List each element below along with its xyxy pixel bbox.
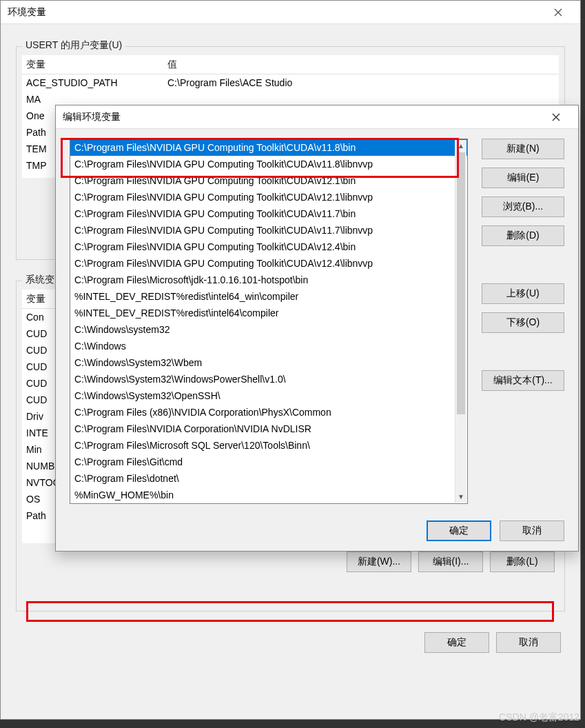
outer-title: 环境变量 <box>8 6 46 19</box>
list-item[interactable]: C:\Program Files\NVIDIA Corporation\NVID… <box>70 421 467 437</box>
sys-vars-legend: 系统变 <box>22 274 58 286</box>
edit-button[interactable]: 编辑(E) <box>482 168 564 188</box>
header-var: 变量 <box>26 59 167 71</box>
user-table-header: 变量 值 <box>22 55 559 74</box>
path-list[interactable]: C:\Program Files\NVIDIA GPU Computing To… <box>70 139 467 503</box>
close-icon[interactable] <box>541 107 571 128</box>
outer-titlebar: 环境变量 <box>1 1 580 24</box>
cancel-button[interactable]: 取消 <box>500 520 564 541</box>
list-item[interactable]: %MinGW_HOME%\bin <box>70 487 467 503</box>
list-item[interactable]: C:\Windows <box>70 338 467 354</box>
close-icon[interactable] <box>543 2 573 23</box>
edit-text-button[interactable]: 编辑文本(T)... <box>482 370 564 391</box>
list-item[interactable]: C:\Program Files\dotnet\ <box>70 470 467 487</box>
list-item[interactable]: C:\Program Files\NVIDIA GPU Computing To… <box>70 139 467 156</box>
outer-footer: 确定 取消 <box>16 624 565 661</box>
list-item[interactable]: C:\Program Files\NVIDIA GPU Computing To… <box>70 156 467 172</box>
delete-button[interactable]: 删除(D) <box>482 225 564 246</box>
list-item[interactable]: C:\Program Files\NVIDIA GPU Computing To… <box>70 255 467 272</box>
move-up-button[interactable]: 上移(U) <box>482 283 564 304</box>
move-down-button[interactable]: 下移(O) <box>482 312 564 333</box>
list-item[interactable]: C:\Program Files\Microsoft SQL Server\12… <box>70 437 467 454</box>
list-item[interactable]: C:\Program Files\Git\cmd <box>70 454 467 470</box>
inner-title: 编辑环境变量 <box>63 111 121 123</box>
list-item[interactable]: C:\Program Files\Microsoft\jdk-11.0.16.1… <box>70 272 467 288</box>
list-item[interactable]: C:\Windows\System32\WindowsPowerShell\v1… <box>70 371 467 387</box>
scroll-up-icon[interactable]: ▲ <box>455 140 466 152</box>
inner-titlebar: 编辑环境变量 <box>56 105 578 129</box>
list-item[interactable]: C:\Program Files\NVIDIA GPU Computing To… <box>70 239 467 255</box>
ok-button[interactable]: 确定 <box>424 632 489 653</box>
header-val: 值 <box>167 59 177 71</box>
list-item[interactable]: C:\Windows\system32 <box>70 321 467 338</box>
user-vars-legend: USERT 的用户变量(U) <box>22 39 125 52</box>
list-item[interactable]: C:\Program Files\NVIDIA GPU Computing To… <box>70 222 467 239</box>
side-buttons: 新建(N) 编辑(E) 浏览(B)... 删除(D) 上移(U) 下移(O) 编… <box>482 139 564 504</box>
path-list-container: C:\Program Files\NVIDIA GPU Computing To… <box>70 139 468 504</box>
edit-button[interactable]: 编辑(I)... <box>418 552 483 572</box>
new-button[interactable]: 新建(N) <box>482 139 564 159</box>
inner-footer: 确定 取消 <box>56 514 578 541</box>
watermark: CSDN @老富2012 <box>499 711 579 724</box>
scroll-thumb[interactable] <box>457 152 465 414</box>
delete-button[interactable]: 删除(L) <box>490 552 555 572</box>
list-item[interactable]: C:\Program Files (x86)\NVIDIA Corporatio… <box>70 404 467 421</box>
list-item[interactable]: C:\Program Files\NVIDIA GPU Computing To… <box>70 189 467 205</box>
list-item[interactable]: C:\Program Files\NVIDIA GPU Computing To… <box>70 172 467 189</box>
new-button[interactable]: 新建(W)... <box>347 552 411 572</box>
table-row[interactable]: ACE_STUDIO_PATHC:\Program Files\ACE Stud… <box>22 74 559 91</box>
browse-button[interactable]: 浏览(B)... <box>482 196 564 217</box>
cancel-button[interactable]: 取消 <box>496 632 561 653</box>
scroll-down-icon[interactable]: ▼ <box>455 491 466 503</box>
list-item[interactable]: %INTEL_DEV_REDIST%redist\intel64\compile… <box>70 305 467 321</box>
ok-button[interactable]: 确定 <box>427 520 491 541</box>
list-item[interactable]: C:\Program Files\NVIDIA GPU Computing To… <box>70 205 467 222</box>
scrollbar[interactable]: ▲ ▼ <box>455 140 466 503</box>
list-item[interactable]: C:\Windows\System32\Wbem <box>70 354 467 371</box>
list-item[interactable]: C:\Windows\System32\OpenSSH\ <box>70 387 467 404</box>
list-item[interactable]: %INTEL_DEV_REDIST%redist\intel64_win\com… <box>70 288 467 305</box>
edit-env-var-dialog: 编辑环境变量 C:\Program Files\NVIDIA GPU Compu… <box>55 105 579 552</box>
